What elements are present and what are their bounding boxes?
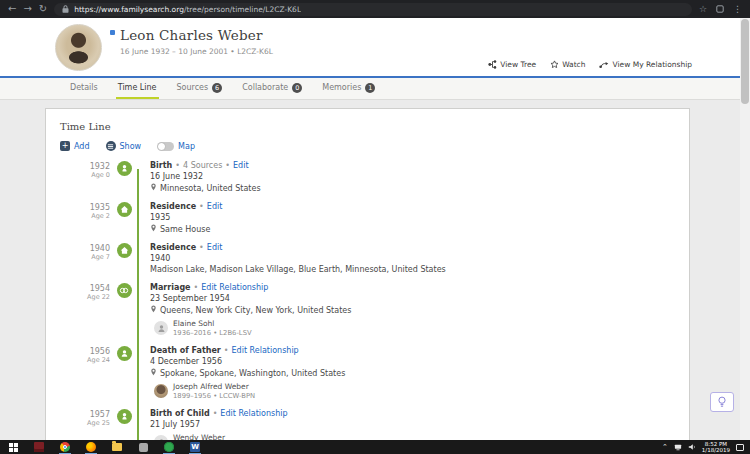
person-name[interactable]: Elaine Sohl — [173, 319, 252, 328]
person-detail: 1936–2016 • L2B6-LSV — [173, 329, 252, 337]
person-name[interactable]: Wendy Weber — [173, 433, 256, 440]
event-place: Same House — [150, 224, 222, 234]
taskbar-clock[interactable]: 8:52 PM 1/18/2019 — [702, 441, 730, 453]
start-button[interactable] — [0, 440, 26, 454]
clock-date: 1/18/2019 — [702, 447, 730, 453]
event-date: 1940 — [150, 254, 446, 263]
edit-link[interactable]: Edit Relationship — [232, 346, 299, 355]
tab-collaborate[interactable]: Collaborate0 — [240, 78, 304, 99]
edit-link[interactable]: Edit — [233, 161, 249, 170]
age-label: Age 0 — [60, 171, 110, 179]
related-person: Wendy Weber1957–Living • LRVC-PYG — [154, 433, 288, 440]
back-button[interactable]: ← — [8, 0, 16, 18]
birth-event-icon — [117, 161, 132, 176]
timeline-entry: 1954Age 22Marriage•Edit Relationship23 S… — [60, 283, 675, 337]
map-toggle[interactable]: Map — [157, 142, 195, 151]
residence-event-icon — [117, 243, 132, 258]
tray-expand-icon[interactable]: ⌃ — [662, 443, 668, 451]
forward-button[interactable]: → — [23, 0, 31, 18]
plus-icon: + — [60, 141, 70, 151]
tab-details[interactable]: Details — [68, 78, 100, 99]
record-hint-icon — [110, 30, 115, 35]
timeline-entry: 1932Age 0Birth•4 Sources•Edit16 June 193… — [60, 161, 675, 193]
reload-button[interactable]: ↻ — [39, 0, 47, 18]
lightbulb-icon — [717, 396, 727, 408]
star-icon — [550, 60, 559, 69]
memories-count-badge: 1 — [365, 83, 375, 93]
show-options-icon — [106, 141, 116, 151]
event-date: 23 September 1954 — [150, 294, 351, 303]
bookmark-star-icon[interactable]: ☆ — [699, 4, 707, 14]
lock-icon — [62, 5, 69, 13]
firefox-taskbar-icon[interactable] — [78, 440, 104, 454]
relationship-icon — [599, 60, 609, 69]
person-name[interactable]: Joseph Alfred Weber — [173, 382, 255, 391]
timeline-controls: + Add Show Map — [60, 141, 675, 151]
death-event-icon — [117, 346, 132, 361]
event-date: 16 June 1932 — [150, 172, 261, 181]
toggle-switch[interactable] — [157, 142, 174, 151]
network-icon[interactable] — [674, 444, 682, 451]
add-button[interactable]: + Add — [60, 141, 90, 151]
related-person: Elaine Sohl1936–2016 • L2B6-LSV — [154, 319, 351, 337]
map-label: Map — [178, 142, 195, 151]
event-place: Spokane, Spokane, Washington, United Sta… — [150, 368, 345, 378]
tab-sources[interactable]: Sources6 — [175, 78, 225, 99]
event-title: Birth — [150, 161, 172, 170]
related-person: Joseph Alfred Weber1899–1956 • LCCW-BPN — [154, 382, 345, 400]
sources-link[interactable]: 4 Sources — [183, 161, 222, 170]
speaker-icon[interactable] — [688, 443, 696, 451]
edit-link[interactable]: Edit — [207, 243, 223, 252]
action-center-icon[interactable] — [736, 444, 744, 451]
chrome-taskbar-icon[interactable] — [52, 440, 78, 454]
event-place: Madison Lake, Madison Lake Village, Blue… — [150, 265, 446, 274]
event-title: Marriage — [150, 283, 191, 292]
word-taskbar-icon[interactable]: W — [182, 440, 208, 454]
tab-timeline[interactable]: Time Line — [116, 78, 159, 99]
watch-button[interactable]: Watch — [550, 60, 585, 69]
edit-link[interactable]: Edit Relationship — [201, 283, 268, 292]
person-lifespan: 16 June 1932 – 10 June 2001 • L2CZ-K6L — [120, 47, 273, 56]
view-tree-button[interactable]: View Tree — [488, 60, 536, 69]
edit-link[interactable]: Edit Relationship — [220, 409, 287, 418]
windows-icon — [9, 443, 18, 452]
scrollbar-thumb[interactable] — [741, 19, 749, 104]
taskbar: W ⌃ 8:52 PM 1/18/2019 — [0, 440, 750, 454]
browser-menu-icon[interactable]: ⋮ — [733, 4, 742, 14]
event-date: 4 December 1956 — [150, 357, 345, 366]
view-relationship-button[interactable]: View My Relationship — [599, 60, 692, 69]
profile-avatar[interactable] — [55, 24, 102, 71]
extension-icon[interactable] — [716, 5, 724, 13]
word-logo: W — [190, 442, 200, 452]
person-avatar — [154, 384, 168, 398]
timeline-entry: 1940Age 7Residence•Edit1940Madison Lake,… — [60, 243, 675, 274]
event-date: 1935 — [150, 213, 222, 222]
year-label: 1957 — [60, 410, 110, 419]
utility-taskbar-icon[interactable] — [130, 440, 156, 454]
age-label: Age 7 — [60, 253, 110, 261]
site-header: Leon Charles Weber 16 June 1932 – 10 Jun… — [0, 18, 750, 76]
event-place: Minnesota, United States — [150, 183, 261, 193]
feedback-lightbulb-button[interactable] — [710, 392, 734, 412]
timeline-entry: 1957Age 25Birth of Child•Edit Relationsh… — [60, 409, 675, 440]
marriage-event-icon — [117, 283, 132, 298]
page-scrollbar[interactable] — [740, 18, 750, 440]
page-viewport: Leon Charles Weber 16 June 1932 – 10 Jun… — [0, 18, 750, 440]
timeline-title: Time Line — [60, 121, 675, 132]
edit-link[interactable]: Edit — [207, 202, 223, 211]
event-title: Death of Father — [150, 346, 221, 355]
file-explorer-taskbar-icon[interactable] — [104, 440, 130, 454]
entries-list: 1932Age 0Birth•4 Sources•Edit16 June 193… — [60, 161, 675, 440]
browser-bar: ← → ↻ https://www.familysearch.org/tree/… — [0, 0, 750, 18]
address-bar[interactable]: https://www.familysearch.org/tree/person… — [54, 3, 692, 16]
age-label: Age 22 — [60, 293, 110, 301]
tab-memories[interactable]: Memories1 — [320, 78, 377, 99]
residence-event-icon — [117, 202, 132, 217]
green-app-taskbar-icon[interactable] — [156, 440, 182, 454]
timeline-entry: 1935Age 2Residence•Edit1935Same House — [60, 202, 675, 234]
year-label: 1954 — [60, 284, 110, 293]
age-label: Age 2 — [60, 212, 110, 220]
event-title: Residence — [150, 202, 196, 211]
red-app-taskbar-icon[interactable] — [26, 440, 52, 454]
show-button[interactable]: Show — [106, 141, 142, 151]
